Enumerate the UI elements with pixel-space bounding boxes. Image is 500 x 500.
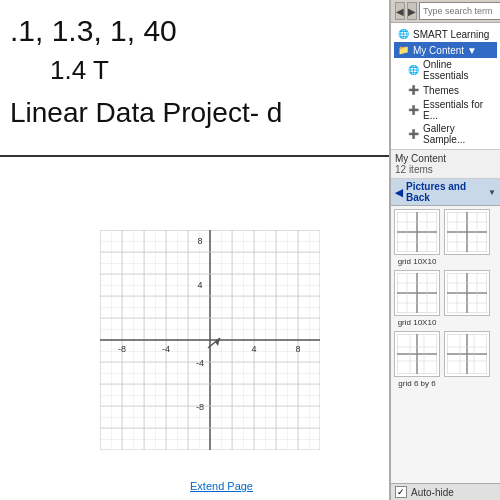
svg-text:-8: -8 bbox=[196, 402, 204, 412]
tree-item-my-content[interactable]: 📁 My Content ▼ bbox=[394, 42, 497, 58]
coordinate-grid: 8 4 -4 -8 -8 -4 4 8 bbox=[100, 230, 320, 450]
project-title: Linear Data Project- d bbox=[10, 93, 282, 132]
tree-item-essentials[interactable]: ➕ Essentials for E... bbox=[394, 98, 497, 122]
online-essentials-label: Online Essentials bbox=[423, 59, 495, 81]
thumb-label-1: grid 10X10 bbox=[398, 257, 437, 266]
svg-text:4: 4 bbox=[251, 344, 256, 354]
folder-icon: 📁 bbox=[396, 43, 410, 57]
svg-text:-4: -4 bbox=[196, 358, 204, 368]
tree-item-themes[interactable]: ➕ Themes bbox=[394, 82, 497, 98]
smart-sidebar: ◀ ▶ 🌐 SMART Learning 📁 My Content ▼ 🌐 On… bbox=[390, 0, 500, 500]
auto-hide-bar: ✓ Auto-hide bbox=[391, 483, 500, 500]
thumb-item-4[interactable] bbox=[444, 270, 490, 318]
thumb-grid-6 bbox=[444, 331, 490, 377]
thumb-label-3: grid 10X10 bbox=[398, 318, 437, 327]
svg-text:8: 8 bbox=[295, 344, 300, 354]
thumb-grid-4 bbox=[444, 270, 490, 316]
handwritten-content: .1, 1.3, 1, 40 1.4 T Linear Data Project… bbox=[10, 10, 282, 133]
content-title: My Content bbox=[395, 153, 496, 164]
back-button[interactable]: ◀ bbox=[395, 2, 405, 20]
section-title: Pictures and Back bbox=[406, 181, 485, 203]
dropdown-arrow-icon: ▼ bbox=[488, 188, 496, 197]
thumb-item-5[interactable]: grid 6 by 6 bbox=[394, 331, 440, 388]
thumb-item-6[interactable] bbox=[444, 331, 490, 379]
whiteboard-panel: .1, 1.3, 1, 40 1.4 T Linear Data Project… bbox=[0, 0, 390, 500]
math-line1: .1, 1.3, 1, 40 bbox=[10, 10, 282, 52]
globe-icon: 🌐 bbox=[396, 27, 410, 41]
thumb-grid-3 bbox=[394, 270, 440, 316]
section-header[interactable]: ◀ Pictures and Back ▼ bbox=[391, 179, 500, 206]
divider-line bbox=[0, 155, 390, 157]
thumb-grid-1 bbox=[394, 209, 440, 255]
extend-page-link[interactable]: Extend Page bbox=[190, 480, 253, 492]
thumb-row-3: grid 6 by 6 bbox=[394, 331, 497, 388]
tree-item-online-essentials[interactable]: 🌐 Online Essentials bbox=[394, 58, 497, 82]
content-count: 12 items bbox=[395, 164, 496, 175]
svg-text:-4: -4 bbox=[162, 344, 170, 354]
section-collapse-icon: ◀ bbox=[395, 187, 403, 198]
tree-item-gallery[interactable]: ➕ Gallery Sample... bbox=[394, 122, 497, 146]
svg-text:8: 8 bbox=[197, 236, 202, 246]
auto-hide-checkbox[interactable]: ✓ bbox=[395, 486, 407, 498]
sidebar-toolbar: ◀ ▶ bbox=[391, 0, 500, 23]
thumb-grid-5 bbox=[394, 331, 440, 377]
essentials-label: Essentials for E... bbox=[423, 99, 495, 121]
my-content-label: My Content ▼ bbox=[413, 45, 477, 56]
thumb-grid-2 bbox=[444, 209, 490, 255]
thumb-item-3[interactable]: grid 10X10 bbox=[394, 270, 440, 327]
thumb-label-5: grid 6 by 6 bbox=[398, 379, 435, 388]
content-header: My Content 12 items bbox=[391, 150, 500, 179]
tree-item-smart-learning[interactable]: 🌐 SMART Learning bbox=[394, 26, 497, 42]
forward-button[interactable]: ▶ bbox=[407, 2, 417, 20]
thumb-row-2: grid 10X10 bbox=[394, 270, 497, 327]
auto-hide-label: Auto-hide bbox=[411, 487, 454, 498]
expand-icon-3: ➕ bbox=[406, 127, 420, 141]
themes-label: Themes bbox=[423, 85, 459, 96]
thumb-row-1: grid 10X10 bbox=[394, 209, 497, 266]
thumbnail-grid: grid 10X10 bbox=[391, 206, 500, 483]
smart-learning-label: SMART Learning bbox=[413, 29, 489, 40]
gallery-label: Gallery Sample... bbox=[423, 123, 495, 145]
svg-text:-8: -8 bbox=[118, 344, 126, 354]
svg-text:4: 4 bbox=[197, 280, 202, 290]
sidebar-tree: 🌐 SMART Learning 📁 My Content ▼ 🌐 Online… bbox=[391, 23, 500, 150]
globe-icon-2: 🌐 bbox=[406, 63, 420, 77]
thumb-item-1[interactable]: grid 10X10 bbox=[394, 209, 440, 266]
math-line2: 1.4 T bbox=[50, 52, 282, 88]
expand-icon: ➕ bbox=[406, 83, 420, 97]
thumb-item-2[interactable] bbox=[444, 209, 490, 257]
expand-icon-2: ➕ bbox=[406, 103, 420, 117]
search-input[interactable] bbox=[419, 2, 500, 20]
